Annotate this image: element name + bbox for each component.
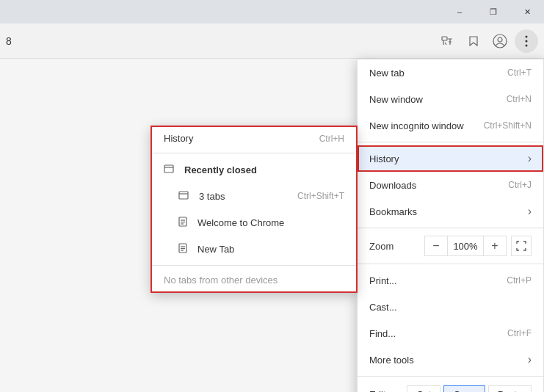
minimize-button[interactable]: –: [443, 0, 476, 23]
tab-indicator: 8: [6, 35, 432, 47]
menu-item-cast[interactable]: Cast...: [358, 294, 543, 320]
fullscreen-button[interactable]: [511, 236, 532, 256]
tabs-icon: [178, 190, 189, 203]
svg-point-2: [498, 37, 502, 42]
browser-content: Dil ay... New tab Ctrl+T New window Ctrl…: [0, 59, 544, 392]
history-3-tabs-item[interactable]: 3 tabs Ctrl+Shift+T: [152, 183, 356, 209]
chrome-menu: New tab Ctrl+T New window Ctrl+N New inc…: [357, 59, 544, 392]
copy-button[interactable]: Copy: [443, 385, 485, 393]
menu-divider-3: [358, 264, 543, 264]
title-bar-buttons: – ❐ ✕: [443, 0, 544, 23]
title-bar: – ❐ ✕: [0, 0, 544, 23]
menu-divider-4: [358, 376, 543, 377]
svg-point-5: [526, 44, 528, 46]
history-recently-closed-header: Recently closed: [152, 156, 356, 183]
cut-button[interactable]: Cut: [407, 385, 440, 393]
account-icon[interactable]: [488, 29, 512, 53]
history-divider-2: [152, 265, 356, 266]
page-icon: [178, 217, 187, 229]
restore-button[interactable]: ❐: [476, 0, 510, 23]
menu-item-find[interactable]: Find... Ctrl+F: [358, 320, 543, 346]
menu-divider-1: [358, 142, 543, 142]
recently-closed-icon: [164, 164, 174, 176]
history-shortcut: Ctrl+H: [319, 134, 344, 144]
history-welcome-item[interactable]: Welcome to Chrome: [152, 209, 356, 236]
close-button[interactable]: ✕: [510, 0, 544, 23]
paste-button[interactable]: Paste: [488, 385, 532, 393]
history-submenu: History Ctrl+H Recently closed: [151, 126, 357, 292]
history-divider-1: [152, 153, 356, 153]
menu-divider-2: [358, 228, 543, 228]
menu-item-bookmarks[interactable]: Bookmarks ›: [358, 198, 543, 225]
history-new-tab-item[interactable]: New Tab: [152, 236, 356, 262]
svg-point-3: [526, 35, 528, 37]
no-other-devices-msg: No tabs from other devices: [152, 269, 356, 291]
edit-row: Edit Cut Copy Paste: [358, 380, 543, 392]
menu-item-history[interactable]: History ›: [358, 145, 543, 172]
translate-icon[interactable]: [435, 29, 459, 53]
menu-item-more-tools[interactable]: More tools ›: [358, 346, 543, 373]
menu-item-new-tab[interactable]: New tab Ctrl+T: [358, 59, 543, 86]
menu-item-print[interactable]: Print... Ctrl+P: [358, 267, 543, 294]
zoom-value: 100%: [448, 236, 483, 256]
history-submenu-header[interactable]: History Ctrl+H: [152, 127, 356, 150]
menu-item-new-window[interactable]: New window Ctrl+N: [358, 86, 543, 112]
svg-rect-0: [442, 37, 447, 40]
svg-rect-6: [164, 165, 173, 173]
svg-rect-8: [179, 192, 188, 199]
zoom-in-button[interactable]: +: [483, 236, 507, 256]
history-title: History: [164, 133, 193, 144]
bookmark-icon[interactable]: [462, 29, 485, 53]
svg-point-4: [526, 40, 528, 42]
menu-item-downloads[interactable]: Downloads Ctrl+J: [358, 172, 543, 198]
zoom-out-button[interactable]: −: [424, 236, 448, 256]
chrome-menu-button[interactable]: [515, 29, 538, 53]
zoom-row: Zoom − 100% +: [358, 231, 543, 261]
browser-toolbar: 8: [0, 23, 544, 59]
page-icon-2: [178, 243, 187, 255]
menu-item-incognito[interactable]: New incognito window Ctrl+Shift+N: [358, 112, 543, 139]
